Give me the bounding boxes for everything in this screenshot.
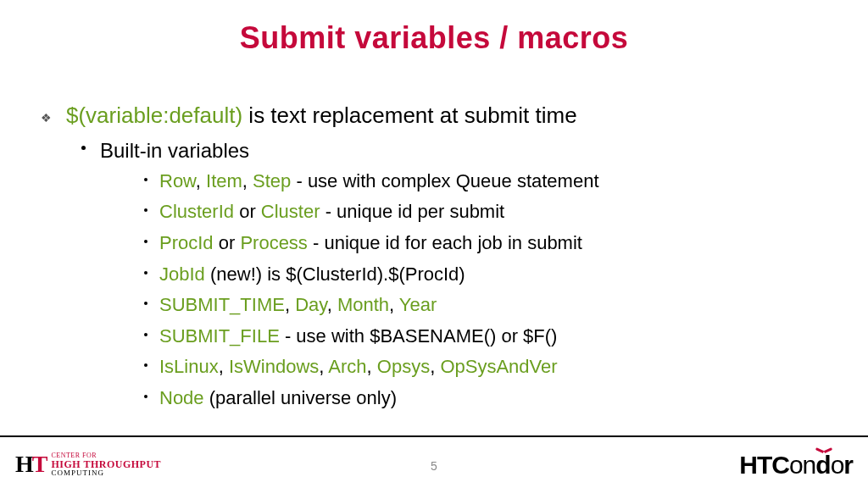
variable-item: ClusterId or Cluster - unique id per sub… bbox=[41, 200, 827, 225]
keyword: Step bbox=[253, 170, 291, 191]
keyword: Opsys bbox=[377, 356, 430, 377]
logo-text-o: o bbox=[831, 451, 844, 479]
bullet-level-2: Built-in variables bbox=[41, 139, 827, 163]
logo-text-htc: HTC bbox=[739, 451, 789, 479]
keyword: Year bbox=[399, 294, 437, 315]
keyword: IsLinux bbox=[159, 356, 219, 377]
keyword: IsWindows bbox=[229, 356, 319, 377]
dot-bullet-icon bbox=[144, 271, 147, 274]
diamond-bullet-icon: ❖ bbox=[41, 110, 52, 125]
slide: Submit variables / macros ❖ $(variable:d… bbox=[0, 0, 868, 488]
dot-bullet-icon bbox=[144, 363, 147, 367]
keyword: JobId bbox=[159, 263, 205, 285]
page-number: 5 bbox=[431, 459, 437, 473]
variable-list: Row, Item, Step - use with complex Queue… bbox=[41, 169, 827, 411]
keyword: Process bbox=[240, 232, 307, 253]
separator: , bbox=[285, 294, 295, 315]
item-description: - unique id per submit bbox=[320, 201, 505, 222]
separator: , bbox=[389, 294, 399, 315]
chtc-logo: HT CENTER FOR HIGH THROUGHPUT COMPUTING bbox=[15, 451, 161, 478]
keyword: ProcId bbox=[159, 232, 214, 253]
variable-item: Row, Item, Step - use with complex Queue… bbox=[41, 169, 827, 194]
syntax-description: is text replacement at submit time bbox=[242, 103, 576, 128]
item-description: - unique id for each job in submit bbox=[308, 232, 582, 253]
keyword: OpSysAndVer bbox=[440, 356, 557, 377]
separator: , bbox=[219, 356, 229, 377]
bullet-level-1: ❖ $(variable:default) is text replacemen… bbox=[41, 102, 827, 130]
keyword: SUBMIT_FILE bbox=[159, 325, 280, 347]
logo-text-on: on bbox=[789, 451, 815, 479]
item-description: (parallel universe only) bbox=[204, 387, 397, 408]
chtc-text: CENTER FOR HIGH THROUGHPUT COMPUTING bbox=[51, 452, 161, 477]
item-description: - use with $BASENAME() or $F() bbox=[280, 325, 558, 347]
chtc-line3: COMPUTING bbox=[51, 469, 161, 477]
chtc-line2: HIGH THROUGHPUT bbox=[51, 459, 161, 469]
dot-bullet-icon bbox=[144, 302, 147, 305]
logo-text-r: r bbox=[843, 451, 853, 479]
variable-item: SUBMIT_FILE - use with $BASENAME() or $F… bbox=[41, 324, 827, 349]
slide-footer: HT CENTER FOR HIGH THROUGHPUT COMPUTING … bbox=[0, 435, 868, 488]
dot-bullet-icon bbox=[144, 240, 147, 243]
keyword: Row bbox=[159, 170, 196, 191]
variable-item: JobId (new!) is $(ClusterId).$(ProcId) bbox=[41, 263, 827, 287]
logo-text-d: d bbox=[815, 451, 830, 479]
ht-mark-icon: HT bbox=[15, 451, 46, 478]
variable-item: ProcId or Process - unique id for each j… bbox=[41, 231, 827, 256]
dot-bullet-icon bbox=[144, 178, 147, 181]
ht-mark-t: T bbox=[32, 451, 47, 477]
variable-item: SUBMIT_TIME, Day, Month, Year bbox=[41, 293, 827, 318]
separator: , bbox=[367, 356, 377, 377]
dot-bullet-icon bbox=[81, 146, 86, 150]
separator: , bbox=[430, 356, 440, 377]
dot-bullet-icon bbox=[144, 208, 147, 212]
separator: , bbox=[242, 170, 253, 191]
dot-bullet-icon bbox=[144, 333, 147, 336]
keyword: Cluster bbox=[261, 201, 320, 222]
variable-item: Node (parallel universe only) bbox=[41, 386, 827, 411]
condor-bird-icon bbox=[815, 446, 832, 454]
keyword: Month bbox=[337, 294, 389, 315]
separator: or bbox=[234, 201, 261, 222]
dot-bullet-icon bbox=[144, 395, 147, 398]
separator: , bbox=[327, 294, 337, 315]
ht-mark-h: H bbox=[15, 451, 32, 477]
slide-title: Submit variables / macros bbox=[0, 0, 868, 56]
variable-syntax: $(variable:default) bbox=[66, 103, 242, 128]
keyword: Arch bbox=[328, 356, 366, 377]
htcondor-logo: HTCondor bbox=[739, 451, 853, 480]
slide-content: ❖ $(variable:default) is text replacemen… bbox=[41, 102, 827, 411]
keyword: Day bbox=[295, 294, 327, 315]
variable-item: IsLinux, IsWindows, Arch, Opsys, OpSysAn… bbox=[41, 355, 827, 380]
separator: , bbox=[319, 356, 328, 377]
keyword: SUBMIT_TIME bbox=[159, 294, 285, 315]
separator: or bbox=[214, 232, 241, 253]
item-description: - use with complex Queue statement bbox=[291, 170, 598, 191]
keyword: Node bbox=[159, 387, 204, 408]
separator: , bbox=[196, 170, 206, 191]
keyword: Item bbox=[206, 170, 242, 191]
subheading: Built-in variables bbox=[100, 139, 249, 162]
keyword: ClusterId bbox=[159, 201, 234, 222]
item-description: (new!) is $(ClusterId).$(ProcId) bbox=[205, 263, 465, 285]
